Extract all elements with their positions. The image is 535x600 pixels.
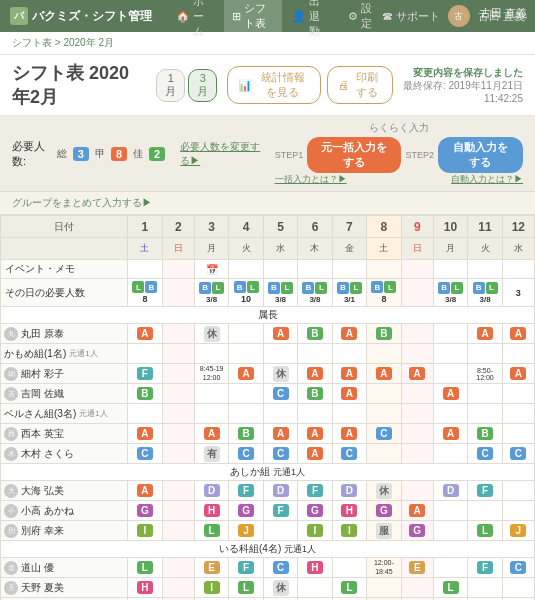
event-7[interactable]: [332, 260, 366, 279]
cell[interactable]: F: [128, 364, 162, 384]
cell[interactable]: [401, 404, 433, 424]
event-1[interactable]: [128, 260, 162, 279]
cell[interactable]: [162, 364, 194, 384]
cell[interactable]: G: [128, 501, 162, 521]
cell[interactable]: 有: [194, 444, 228, 464]
cell[interactable]: C: [367, 424, 401, 444]
cell[interactable]: L: [332, 578, 366, 598]
cell[interactable]: G: [229, 501, 263, 521]
step1-link[interactable]: 一括入力とは？▶: [275, 173, 347, 186]
cell[interactable]: [162, 501, 194, 521]
step2-link[interactable]: 自動入力とは？▶: [451, 173, 523, 186]
cell[interactable]: [229, 344, 263, 364]
cell[interactable]: A: [468, 324, 502, 344]
cell[interactable]: [162, 521, 194, 541]
cell[interactable]: A: [229, 364, 263, 384]
cell[interactable]: [229, 324, 263, 344]
group-bar[interactable]: グループをまとめて入力する▶: [0, 192, 535, 215]
cell[interactable]: C: [502, 444, 534, 464]
cell[interactable]: B: [128, 384, 162, 404]
cell[interactable]: F: [468, 481, 502, 501]
cell[interactable]: L: [468, 521, 502, 541]
cell[interactable]: A: [263, 424, 297, 444]
cell[interactable]: I: [128, 521, 162, 541]
cell[interactable]: A: [401, 364, 433, 384]
cell[interactable]: [162, 558, 194, 578]
cell[interactable]: [298, 404, 332, 424]
cell[interactable]: D: [332, 481, 366, 501]
cell[interactable]: [502, 578, 534, 598]
req-2[interactable]: [162, 279, 194, 307]
cell[interactable]: F: [229, 481, 263, 501]
cell[interactable]: H: [298, 558, 332, 578]
cell[interactable]: [468, 404, 502, 424]
step2-btn[interactable]: 自動入力をする: [438, 137, 523, 173]
cell[interactable]: [128, 404, 162, 424]
cell[interactable]: [162, 578, 194, 598]
cell[interactable]: A: [332, 364, 366, 384]
support-link[interactable]: ☎ サポート: [382, 9, 440, 24]
cell[interactable]: A: [194, 424, 228, 444]
cell[interactable]: [433, 324, 467, 344]
cell[interactable]: [401, 424, 433, 444]
event-8[interactable]: [367, 260, 401, 279]
req-11[interactable]: BL 3/8: [468, 279, 502, 307]
cell[interactable]: A: [128, 324, 162, 344]
cell[interactable]: I: [194, 578, 228, 598]
req-1[interactable]: LB 8: [128, 279, 162, 307]
cell[interactable]: C: [128, 444, 162, 464]
cell[interactable]: A: [128, 481, 162, 501]
cell[interactable]: I: [332, 521, 366, 541]
cell[interactable]: A: [332, 424, 366, 444]
cell[interactable]: [229, 384, 263, 404]
cell[interactable]: 12:00-18:45: [367, 558, 401, 578]
req-8[interactable]: BL 8: [367, 279, 401, 307]
cell[interactable]: [128, 344, 162, 364]
event-10[interactable]: [433, 260, 467, 279]
cell[interactable]: [468, 578, 502, 598]
cell[interactable]: B: [298, 324, 332, 344]
cell[interactable]: [502, 344, 534, 364]
cell[interactable]: A: [367, 364, 401, 384]
cell[interactable]: [433, 364, 467, 384]
event-9[interactable]: [401, 260, 433, 279]
cell[interactable]: L: [433, 578, 467, 598]
cell[interactable]: 8:45-1912:00: [194, 364, 228, 384]
cell[interactable]: E: [194, 558, 228, 578]
cell[interactable]: A: [128, 424, 162, 444]
cell[interactable]: [194, 344, 228, 364]
cell[interactable]: [194, 384, 228, 404]
cell[interactable]: [162, 481, 194, 501]
cell[interactable]: C: [263, 384, 297, 404]
cell[interactable]: G: [367, 501, 401, 521]
nav-home[interactable]: 🏠 ホーム: [168, 0, 222, 42]
cell[interactable]: A: [332, 324, 366, 344]
cell[interactable]: [468, 384, 502, 404]
cell[interactable]: A: [332, 384, 366, 404]
cell[interactable]: [367, 578, 401, 598]
cell[interactable]: [194, 404, 228, 424]
cell[interactable]: [433, 404, 467, 424]
cell[interactable]: A: [433, 424, 467, 444]
cell[interactable]: F: [263, 501, 297, 521]
cell[interactable]: L: [128, 558, 162, 578]
cell[interactable]: [162, 324, 194, 344]
cell[interactable]: F: [298, 481, 332, 501]
cell[interactable]: L: [194, 521, 228, 541]
cell[interactable]: 休: [263, 578, 297, 598]
cell[interactable]: [468, 344, 502, 364]
cell[interactable]: F: [468, 558, 502, 578]
cell[interactable]: [502, 501, 534, 521]
cell[interactable]: D: [194, 481, 228, 501]
cell[interactable]: E: [401, 558, 433, 578]
cell[interactable]: B: [229, 424, 263, 444]
cell[interactable]: [263, 344, 297, 364]
cell[interactable]: [433, 444, 467, 464]
req-4[interactable]: BL 10: [229, 279, 263, 307]
cell[interactable]: [298, 344, 332, 364]
cell[interactable]: I: [298, 521, 332, 541]
cell[interactable]: [433, 521, 467, 541]
cell[interactable]: [263, 521, 297, 541]
breadcrumb-link[interactable]: シフト表 > 2020年 2月: [12, 37, 114, 48]
nav-attendance[interactable]: 👤 出退勤: [284, 0, 338, 42]
